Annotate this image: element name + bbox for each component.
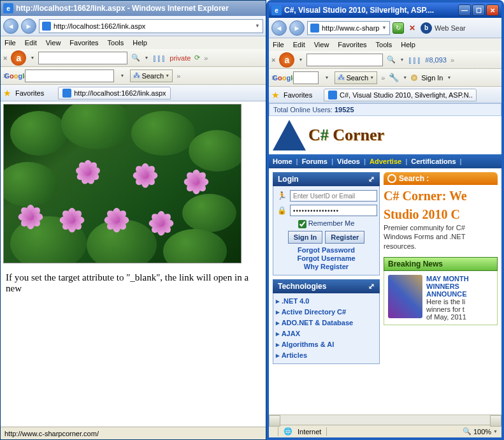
refresh-button[interactable]: ↻ [392,22,404,34]
site-logo[interactable]: C# Corner [269,116,501,154]
back-button[interactable]: ◄ [3,18,18,34]
signin-button[interactable]: Sign In [288,231,323,244]
google-search-button[interactable]: ⁂Search▼ [335,71,377,84]
star-icon[interactable]: ★ [3,88,11,98]
tech-item[interactable]: Articles [275,350,378,361]
tech-item[interactable]: ADO.NET & Database [275,318,378,328]
register-button[interactable]: Register [325,231,364,244]
private-label[interactable]: private [169,54,191,62]
ask-search-input[interactable] [306,54,383,66]
login-header: Login⤢ [273,172,380,186]
menubar: File Edit View Favorites Tools Help [269,38,501,51]
stop-button[interactable]: ✕ [407,22,418,34]
ask-icon[interactable]: a [279,52,294,68]
ask-dropdown[interactable]: ▼ [298,57,303,62]
menu-file[interactable]: File [273,41,284,48]
google-search-input[interactable] [25,70,114,82]
expand-icon[interactable]: ⤢ [368,175,375,184]
bars-icon[interactable]: ⫿⫿⫿ [152,53,166,63]
ask-dropdown[interactable]: ▼ [30,55,34,60]
more-icon[interactable]: » [204,54,208,62]
maximize-button[interactable]: ☐ [472,4,485,16]
nav-toolbar: ◄ ► http://localhost:1662/link.aspx ▼ [1,16,266,36]
browser-tab[interactable]: http://localhost:1662/link.aspx [58,87,170,99]
google-more[interactable]: » [176,72,180,80]
menu-edit[interactable]: Edit [25,39,37,47]
menu-view[interactable]: View [314,41,329,48]
refresh-icon[interactable]: ⟳ [194,54,200,62]
address-bar[interactable]: http://www.c-sharp... ▼ [307,21,390,35]
addr-dropdown[interactable]: ▼ [382,25,387,31]
signin-dropdown[interactable]: ▼ [447,75,451,80]
wrench-icon[interactable]: 🔧 [389,73,399,82]
close-toolbar[interactable]: × [271,56,275,64]
close-button[interactable]: ✕ [486,4,499,16]
google-more[interactable]: » [381,74,385,82]
nav-certifications[interactable]: Certifications [411,158,456,165]
zoom-icon[interactable]: 🔍 [463,427,472,436]
tab-page-icon [62,89,71,98]
browser-tab[interactable]: C#, Visual Studio 2010, Silverlight, ASP… [324,89,477,101]
signin-toolbar[interactable]: Sign In [421,74,443,82]
forgot-username-link[interactable]: Forgot Username [277,254,375,262]
search-dropdown[interactable]: ▼ [144,55,148,60]
why-register-link[interactable]: Why Register [277,263,375,270]
star-icon[interactable]: ★ [271,90,280,100]
tech-item[interactable]: .NET 4.0 [275,296,378,307]
menu-tools[interactable]: Tools [108,39,124,47]
tech-item[interactable]: Active Directory C# [275,307,378,318]
minimize-button[interactable]: — [458,4,471,16]
favorites-label[interactable]: Favorites [284,91,312,99]
google-input-dropdown[interactable]: ▼ [322,75,331,80]
addr-dropdown[interactable]: ▼ [255,23,260,29]
bars-icon[interactable]: ⫿⫿⫿ [408,55,421,65]
password-input[interactable] [290,205,377,216]
ask-icon[interactable]: a [11,50,26,66]
forward-button[interactable]: ► [289,20,305,36]
userid-input[interactable] [290,190,377,202]
tech-item[interactable]: Algorithms & AI [275,339,378,350]
menu-view[interactable]: View [46,39,61,47]
tech-item[interactable]: AJAX [275,328,378,339]
remember-checkbox[interactable] [298,220,306,228]
back-button[interactable]: ◄ [271,20,287,36]
google-search-input[interactable] [293,71,319,84]
close-toolbar[interactable]: × [3,54,7,62]
menu-file[interactable]: File [4,39,16,47]
menu-help[interactable]: Help [133,39,147,47]
nav-videos[interactable]: Videos [337,158,360,165]
expand-icon[interactable]: ⤢ [368,282,375,291]
nav-forums[interactable]: Forums [302,158,328,165]
menu-edit[interactable]: Edit [293,41,305,48]
page-content-left: If you set the target attribute to "_bla… [1,101,266,427]
titlebar-right[interactable]: e C#, Visual Studio 2010, Silverlight, A… [269,3,501,18]
forgot-password-link[interactable]: Forgot Password [277,246,375,254]
ask-toolbar: × a ▼ 🔍 ▼ ⫿⫿⫿ #8,093 » [269,51,501,69]
nav-advertise[interactable]: Advertise [370,158,401,165]
google-input-dropdown[interactable]: ▼ [118,73,126,78]
rank-label[interactable]: #8,093 [425,56,447,64]
nav-home[interactable]: Home [273,158,292,165]
bing-icon[interactable]: b [421,22,432,34]
news-thumbnail[interactable] [388,275,422,318]
forward-button[interactable]: ► [21,18,36,34]
ask-search-input[interactable] [38,52,127,64]
menu-favorites[interactable]: Favorites [338,41,366,48]
horizontal-scrollbar[interactable] [269,414,501,425]
search-dropdown[interactable]: ▼ [400,57,404,62]
search-icon[interactable]: 🔍 [131,54,140,62]
more-icon[interactable]: » [450,56,454,64]
search-icon[interactable]: 🔍 [387,55,396,64]
news-title[interactable]: MAY MONTH WINNERS ANNOUNCE [426,275,469,298]
lily-image[interactable] [3,104,241,263]
web-search-label[interactable]: Web Sear [435,24,466,32]
address-bar[interactable]: http://localhost:1662/link.aspx ▼ [39,19,263,33]
google-search-button[interactable]: ⁂Search▼ [130,70,173,82]
menu-help[interactable]: Help [401,41,415,48]
zoom-dropdown[interactable]: ▼ [493,429,498,434]
titlebar-left[interactable]: e http://localhost:1662/link.aspx - Wind… [1,1,266,16]
menu-tools[interactable]: Tools [376,41,392,48]
menu-favorites[interactable]: Favorites [69,39,98,47]
favorites-label[interactable]: Favorites [15,89,44,97]
wrench-dropdown[interactable]: ▼ [403,75,407,80]
